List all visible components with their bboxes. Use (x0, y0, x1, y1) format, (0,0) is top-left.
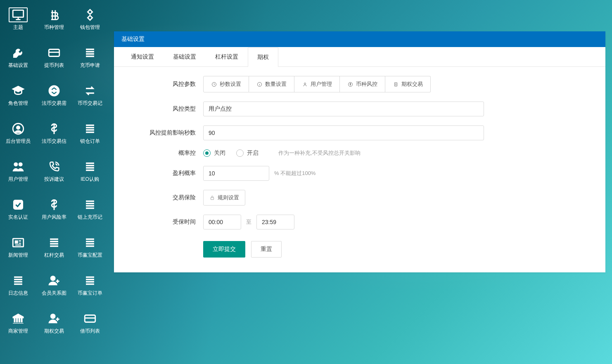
sidebar-item-bank[interactable]: 商家管理 (0, 304, 36, 342)
prob-radio-group: 关闭 开启 (203, 149, 259, 157)
sidebar-item-wallet-swap[interactable]: 钱包管理 (72, 0, 108, 38)
sidebar-item-list[interactable]: IEO认购 (72, 152, 108, 190)
sidebar-item-label: 商家管理 (8, 329, 28, 334)
label-profit: 盈利概率 (130, 170, 203, 177)
clock-icon (211, 81, 217, 87)
sidebar-item-dollar[interactable]: 法币交易信 (36, 114, 72, 152)
pill-person[interactable]: 用户管理 (294, 76, 340, 92)
label-prob: 概率控 (130, 149, 203, 157)
pill-doc[interactable]: 期权交易 (385, 76, 431, 92)
sidebar-item-label: 会员关系图 (42, 291, 66, 296)
tab-0[interactable]: 通知设置 (121, 47, 164, 66)
sidebar-item-label: 后台管理员 (6, 139, 31, 144)
reset-button[interactable]: 重置 (251, 241, 282, 258)
panel-title: 基础设置 (114, 31, 605, 47)
sidebar-item-arrows[interactable]: 币币交易记 (72, 76, 108, 114)
sidebar-item-user-plus[interactable]: 会员关系图 (36, 266, 72, 304)
sidebar-item-wrench[interactable]: 基础设置 (0, 38, 36, 76)
time-to-input[interactable] (256, 215, 294, 229)
sidebar-item-card[interactable]: 借币列表 (72, 304, 108, 342)
grad-cap-icon (9, 83, 28, 98)
radio-on[interactable]: 开启 (236, 149, 259, 157)
sidebar-item-user-circle[interactable]: 后台管理员 (0, 114, 36, 152)
dollar-icon (45, 121, 64, 136)
sidebar-item-label: 用户管理 (8, 177, 28, 182)
tab-2[interactable]: 杠杆设置 (206, 47, 248, 66)
wrench-icon (9, 45, 28, 60)
sidebar-item-dollar[interactable]: 用户风险率 (36, 190, 72, 228)
sidebar-item-list[interactable]: 币赢宝配置 (72, 228, 108, 266)
pill-dollar-c[interactable]: 币种风控 (340, 76, 385, 92)
radio-off[interactable]: 关闭 (203, 149, 225, 157)
radio-off-label: 关闭 (214, 149, 225, 157)
list-icon (81, 197, 100, 212)
prob-hint: 作为一种补充,不受风控总开关影响 (278, 149, 361, 157)
sidebar-item-grad-cap[interactable]: 角色管理 (0, 76, 36, 114)
sidebar-item-label: 法币交易需 (42, 101, 66, 106)
time-from-input[interactable] (203, 215, 241, 229)
pill-info[interactable]: 数量设置 (249, 76, 294, 92)
doc-icon (393, 81, 399, 87)
rule-settings-label: 规则设置 (218, 194, 239, 201)
sidebar-item-label: 币赢宝订单 (78, 291, 102, 296)
sidebar-item-phone-wave[interactable]: 投诉建议 (36, 152, 72, 190)
sidebar-item-label: 钱包管理 (80, 25, 100, 30)
pill-group: 秒数设置数量设置用户管理币种风控期权交易 (203, 76, 431, 92)
tab-1[interactable]: 基础设置 (164, 47, 206, 66)
radio-on-label: 开启 (247, 149, 259, 157)
monitor-icon (9, 7, 28, 22)
tabs: 通知设置基础设置杠杆设置期权 (114, 47, 605, 67)
sidebar-item-list[interactable]: 锁仓订单 (72, 114, 108, 152)
sidebar-item-check-box[interactable]: 实名认证 (0, 190, 36, 228)
main-panel: 基础设置 通知设置基础设置杠杆设置期权 风控参数 秒数设置数量设置用户管理币种风… (114, 31, 605, 272)
card-icon (81, 311, 100, 326)
circle-swap-icon (45, 83, 64, 98)
form-actions: 立即提交 重置 (203, 241, 589, 258)
sidebar-item-list[interactable]: 杠杆交易 (36, 228, 72, 266)
sidebar-item-label: 主题 (13, 25, 23, 30)
radio-circle-icon (236, 149, 244, 157)
label-insurance: 交易保险 (130, 194, 203, 201)
sidebar-item-monitor[interactable]: 主题 (0, 0, 36, 38)
label-presec: 风控提前影响秒数 (130, 129, 203, 137)
lock-icon (209, 195, 215, 201)
wallet-swap-icon (81, 7, 100, 22)
presec-input[interactable] (203, 125, 484, 140)
sidebar-item-circle-swap[interactable]: 法币交易需 (36, 76, 72, 114)
sidebar-item-label: 基础设置 (8, 63, 28, 68)
sidebar-item-list[interactable]: 币赢宝订单 (72, 266, 108, 304)
list-icon (81, 235, 100, 250)
submit-button[interactable]: 立即提交 (203, 241, 245, 258)
list-icon (81, 159, 100, 174)
sidebar-item-label: 币赢宝配置 (78, 253, 102, 258)
profit-suffix: % 不能超过100% (274, 170, 315, 177)
sidebar-item-label: 法币交易信 (42, 139, 66, 144)
sidebar-item-label: 日志信息 (8, 291, 28, 296)
rule-settings-button[interactable]: 规则设置 (203, 190, 245, 206)
sidebar-item-users[interactable]: 用户管理 (0, 152, 36, 190)
sidebar-item-bitcoin[interactable]: 币种管理 (36, 0, 72, 38)
sidebar-item-card[interactable]: 提币列表 (36, 38, 72, 76)
pill-clock[interactable]: 秒数设置 (203, 76, 249, 92)
sidebar-item-news[interactable]: 新闻管理 (0, 228, 36, 266)
pill-label: 用户管理 (311, 80, 332, 88)
label-params: 风控参数 (130, 80, 203, 88)
sidebar-item-label: 提币列表 (44, 63, 64, 68)
pill-label: 期权交易 (401, 80, 423, 88)
tab-3[interactable]: 期权 (248, 47, 278, 67)
sidebar-item-list[interactable]: 充币申请 (72, 38, 108, 76)
label-time: 受保时间 (130, 218, 203, 226)
user-circle-icon (9, 121, 28, 136)
sidebar-item-list[interactable]: 链上充币记 (72, 190, 108, 228)
pill-label: 秒数设置 (220, 80, 241, 88)
time-separator: 至 (246, 218, 251, 226)
sidebar-item-label: 投诉建议 (44, 177, 64, 182)
sidebar-item-user-plus[interactable]: 期权交易 (36, 304, 72, 342)
list-icon (9, 273, 28, 288)
type-input[interactable] (203, 102, 484, 116)
sidebar-item-list[interactable]: 日志信息 (0, 266, 36, 304)
arrows-icon (81, 83, 100, 98)
bank-icon (9, 311, 28, 326)
users-icon (9, 159, 28, 174)
profit-input[interactable] (203, 166, 269, 181)
